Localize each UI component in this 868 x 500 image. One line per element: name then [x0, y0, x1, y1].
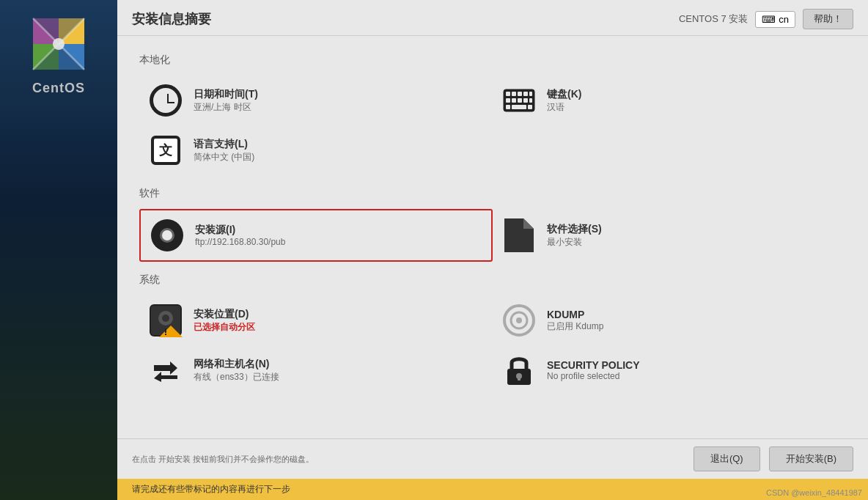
svg-rect-18: [506, 98, 510, 103]
kdump-title: KDUMP: [547, 309, 603, 320]
topbar: 安装信息摘要 CENTOS 7 安装 ⌨ cn 帮助！: [117, 0, 868, 36]
software-select-title: 软件选择(S): [547, 223, 602, 236]
tile-kdump[interactable]: KDUMP 已启用 Kdump: [493, 295, 846, 345]
lang-subtitle: 简体中文 (中国): [194, 151, 254, 163]
install-title: CENTOS 7 安装: [679, 12, 748, 26]
tile-datetime[interactable]: 日期和时间(T) 亚洲/上海 时区: [139, 76, 493, 125]
notification-bar: 请完成还有些带标记的内容再进行下一步: [117, 479, 868, 500]
svg-rect-24: [512, 105, 526, 109]
notif-text: 请完成还有些带标记的内容再进行下一步: [132, 484, 290, 494]
svg-rect-21: [523, 98, 528, 103]
install-dest-title: 安装位置(D): [194, 308, 255, 321]
lang-title: 语言支持(L): [194, 138, 254, 151]
keyboard-title: 键盘(K): [547, 88, 581, 101]
software-section-label: 软件: [139, 187, 846, 200]
svg-rect-20: [518, 98, 522, 103]
centos-logo-icon: [29, 15, 88, 73]
keyboard-icon: ⌨: [762, 14, 776, 25]
topbar-right: CENTOS 7 安装 ⌨ cn 帮助！: [679, 9, 853, 29]
keyboard-tile-icon: [501, 83, 537, 118]
network-subtitle: 有线（ens33）已连接: [194, 371, 279, 383]
lang-icon: 文: [148, 133, 183, 168]
tile-lang[interactable]: 文 语言支持(L) 简体中文 (中国): [139, 125, 493, 175]
localization-section-label: 本地化: [139, 54, 846, 67]
svg-rect-39: [518, 376, 521, 380]
svg-rect-32: [165, 328, 166, 333]
security-title: SECURITY POLICY: [547, 359, 640, 371]
keyboard-subtitle: 汉语: [547, 101, 581, 114]
svg-point-36: [516, 317, 522, 323]
watermark: CSDN @weixin_48441987: [766, 488, 862, 497]
bottombar-note: 在点击 开始安装 按钮前我们并不会操作您的磁盘。: [132, 454, 314, 465]
security-subtitle: No profile selected: [547, 371, 640, 381]
kdump-icon: [501, 303, 537, 338]
svg-point-30: [162, 315, 169, 322]
svg-rect-17: [529, 92, 532, 96]
lock-icon: [501, 353, 537, 388]
tile-security[interactable]: SECURITY POLICY No profile selected: [493, 345, 846, 395]
lang-selector[interactable]: ⌨ cn: [755, 11, 795, 28]
sidebar: CentOS: [0, 0, 117, 500]
svg-rect-13: [506, 92, 510, 96]
network-icon: [148, 353, 183, 388]
datetime-title: 日期和时间(T): [194, 88, 258, 101]
software-select-subtitle: 最小安装: [547, 236, 602, 249]
start-install-button[interactable]: 开始安装(B): [769, 446, 853, 471]
install-source-title: 安装源(I): [195, 224, 285, 237]
bottombar: 在点击 开始安装 按钮前我们并不会操作您的磁盘。 退出(Q) 开始安装(B): [117, 438, 868, 479]
install-dest-subtitle: 已选择自动分区: [194, 321, 255, 334]
svg-rect-19: [512, 98, 516, 103]
lang-value: cn: [779, 14, 789, 25]
main-panel: 安装信息摘要 CENTOS 7 安装 ⌨ cn 帮助！ 本地化: [117, 0, 868, 500]
svg-rect-22: [529, 98, 532, 103]
tile-network[interactable]: 网络和主机名(N) 有线（ens33）已连接: [139, 345, 493, 395]
svg-rect-25: [528, 105, 532, 109]
software-grid: 安装源(I) ftp://192.168.80.30/pub 软件选择(S) 最…: [139, 209, 846, 262]
software-icon: [501, 218, 537, 253]
tile-keyboard[interactable]: 键盘(K) 汉语: [493, 76, 846, 125]
system-section-label: 系统: [139, 273, 846, 287]
quit-button[interactable]: 退出(Q): [694, 446, 760, 471]
tile-install-source[interactable]: 安装源(I) ftp://192.168.80.30/pub: [139, 209, 493, 262]
svg-marker-26: [504, 218, 534, 252]
svg-rect-33: [165, 334, 166, 335]
brand-label: CentOS: [32, 81, 85, 96]
datetime-icon: [148, 83, 183, 118]
hdd-icon: [148, 303, 183, 338]
tile-software-select[interactable]: 软件选择(S) 最小安装: [493, 209, 846, 262]
disc-icon: [150, 218, 185, 253]
datetime-subtitle: 亚洲/上海 时区: [194, 101, 258, 114]
network-title: 网络和主机名(N): [194, 358, 279, 371]
localization-grid: 日期和时间(T) 亚洲/上海 时区 文 语言支持(L) 简体中文 (中国): [139, 76, 846, 175]
page-title: 安装信息摘要: [132, 10, 211, 28]
svg-point-11: [53, 38, 65, 50]
kdump-subtitle: 已启用 Kdump: [547, 320, 603, 333]
svg-rect-23: [506, 105, 510, 109]
content-area: 本地化 日期和时间(T) 亚洲/上海 时区 文: [117, 36, 868, 438]
system-grid: 安装位置(D) 已选择自动分区 网络和主机名(N): [139, 295, 846, 395]
help-button[interactable]: 帮助！: [803, 9, 853, 29]
svg-marker-27: [523, 218, 534, 229]
svg-rect-16: [523, 92, 528, 96]
svg-rect-15: [518, 92, 522, 96]
install-source-subtitle: ftp://192.168.80.30/pub: [195, 237, 285, 247]
svg-rect-14: [512, 92, 516, 96]
tile-install-dest[interactable]: 安装位置(D) 已选择自动分区: [139, 295, 493, 345]
